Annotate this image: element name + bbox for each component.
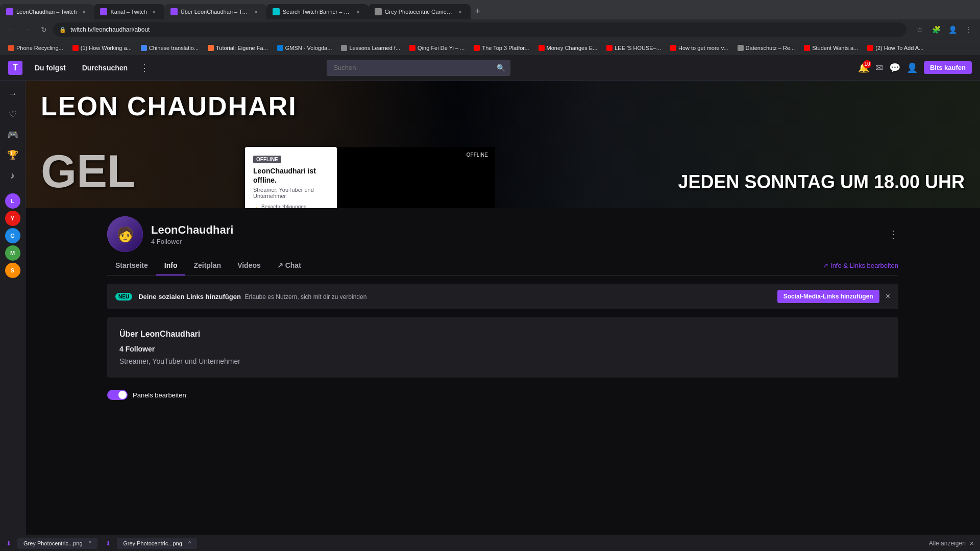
address-bar[interactable]: 🔒 twitch.tv/leonchaudhari/about	[53, 22, 906, 37]
bookmark-favicon-10	[606, 45, 612, 51]
tab-videos[interactable]: Videos	[229, 256, 269, 276]
bookmark-star-icon[interactable]: ☆	[913, 22, 927, 37]
twitch-logo[interactable]: T	[8, 61, 22, 75]
sidebar-avatar-5[interactable]: S	[5, 263, 20, 278]
browser-tab-4[interactable]: Search Twitch Banner – Canva ×	[266, 4, 369, 19]
bookmark-1[interactable]: Phone Recycling...	[4, 43, 67, 53]
back-button[interactable]: ←	[4, 22, 18, 37]
search-icon[interactable]: 🔍	[497, 64, 505, 72]
user-avatar-icon[interactable]: 👤	[906, 62, 918, 73]
panels-toggle-switch[interactable]	[107, 390, 128, 400]
avatar-image: 🧑	[107, 216, 143, 252]
about-title: Über LeonChaudhari	[119, 330, 886, 339]
search-input[interactable]	[327, 60, 510, 76]
bookmark-9[interactable]: Money Changes E...	[534, 43, 602, 53]
tab-zeitplan[interactable]: Zeitplan	[185, 256, 229, 276]
sidebar-avatar-2[interactable]: Y	[5, 211, 20, 226]
channel-info: 🧑 LeonChaudhari 4 Follower ⋮ Startseite	[26, 208, 980, 404]
bookmark-8[interactable]: The Top 3 Platfor...	[470, 43, 533, 53]
bookmark-7[interactable]: Qing Fei De Yi – ...	[405, 43, 469, 53]
sidebar-avatar-1[interactable]: L	[5, 193, 20, 209]
bookmark-6[interactable]: Lessons Learned f...	[337, 43, 404, 53]
tab-info[interactable]: Info	[156, 256, 186, 276]
browser-tab-5[interactable]: Grey Photocentric Game Nigh... ×	[369, 4, 471, 19]
bottom-file-2-close[interactable]: ^	[188, 540, 191, 547]
download-icon: ⬇	[6, 540, 11, 547]
sidebar-browse-icon[interactable]: 🎮	[4, 126, 22, 144]
channel-name-block: LeonChaudhari 4 Follower	[151, 223, 880, 245]
mail-icon[interactable]: ✉	[875, 62, 883, 73]
bookmark-5[interactable]: GMSN - Vologda...	[273, 43, 336, 53]
bookmark-label-3: Chinese translatio...	[149, 45, 199, 51]
nav-more-button[interactable]: ⋮	[140, 62, 149, 73]
more-icon[interactable]: ⋮	[962, 22, 976, 37]
video-player: OFFLINE ⚙ ⛶	[337, 147, 495, 208]
twitch-body: → ♡ 🎮 🏆 ♪ L Y G M S LEON CHAUDHARI GEL	[0, 81, 980, 551]
tab-title-4: Search Twitch Banner – Canva	[283, 9, 351, 15]
tab-zeitplan-label: Zeitplan	[193, 261, 221, 269]
banner-text-gel: GEL	[41, 145, 135, 198]
tab-startseite[interactable]: Startseite	[107, 256, 156, 276]
reload-button[interactable]: ↻	[37, 22, 51, 37]
bookmark-10[interactable]: LEE 'S HOUSE–...	[602, 43, 665, 53]
banner-text-name: LEON CHAUDHARI	[41, 91, 297, 121]
bookmark-label-11: How to get more v...	[678, 45, 728, 51]
bookmark-favicon-13	[804, 45, 810, 51]
tab-title-3: Über LeonChaudhari – Twitch	[181, 9, 249, 15]
bookmark-label-1: Phone Recycling...	[16, 45, 63, 51]
close-all-button[interactable]: ×	[970, 539, 974, 547]
edit-info-label: Info & Links bearbeiten	[830, 262, 898, 269]
bookmark-3[interactable]: Chinese translatio...	[137, 43, 203, 53]
tab-chat-icon: ↗	[277, 261, 285, 269]
tab-close-2[interactable]: ×	[150, 8, 158, 16]
nav-link-following[interactable]: Du folgst	[31, 62, 70, 74]
tab-close-1[interactable]: ×	[80, 8, 88, 16]
browser-tab-2[interactable]: Kanal – Twitch ×	[94, 4, 164, 19]
tab-close-3[interactable]: ×	[252, 8, 260, 16]
browser-tab-1[interactable]: LeonChaudhari – Twitch ×	[0, 4, 94, 19]
browser-chrome: LeonChaudhari – Twitch × Kanal – Twitch …	[0, 0, 980, 55]
bookmark-2[interactable]: (1) How Working a...	[68, 43, 136, 53]
tab-bar: LeonChaudhari – Twitch × Kanal – Twitch …	[0, 0, 980, 19]
edit-info-link[interactable]: ↗ Info & Links bearbeiten	[823, 256, 898, 275]
whisper-icon[interactable]: 💬	[889, 62, 900, 73]
bookmark-12[interactable]: Datenschutz – Re...	[733, 43, 799, 53]
social-banner-close[interactable]: ×	[886, 292, 890, 301]
followers-count: 4	[151, 238, 155, 245]
sidebar-collapse-icon[interactable]: →	[4, 85, 22, 103]
tab-close-5[interactable]: ×	[456, 8, 464, 16]
channel-tabs: Startseite Info Zeitplan Videos ↗ Chat	[107, 256, 898, 276]
sidebar-music-icon[interactable]: ♪	[4, 166, 22, 185]
new-tab-button[interactable]: +	[471, 4, 485, 18]
channel-more-button[interactable]: ⋮	[888, 228, 898, 240]
sidebar-esports-icon[interactable]: 🏆	[4, 146, 22, 164]
forward-button[interactable]: →	[20, 22, 35, 37]
nav-link-browse[interactable]: Durchsuchen	[78, 62, 132, 74]
sidebar-avatar-4[interactable]: M	[5, 245, 20, 261]
video-offline-label: OFFLINE	[463, 151, 491, 159]
tab-chat[interactable]: ↗ Chat	[269, 256, 309, 276]
bookmark-4[interactable]: Tutorial: Eigene Fa...	[204, 43, 272, 53]
browser-tab-3[interactable]: Über LeonChaudhari – Twitch ×	[164, 4, 266, 19]
channel-followers: 4 Follower	[151, 238, 880, 245]
profile-icon[interactable]: 👤	[945, 22, 960, 37]
tab-close-4[interactable]: ×	[354, 8, 362, 16]
sidebar-home-icon[interactable]: ♡	[4, 105, 22, 123]
social-add-button[interactable]: Social-Media-Links hinzufügen	[777, 290, 879, 303]
tab-favicon-3	[170, 8, 178, 15]
extension-icon[interactable]: 🧩	[929, 22, 943, 37]
bottom-file-1-close[interactable]: ^	[89, 540, 92, 547]
bits-button[interactable]: Bits kaufen	[924, 61, 972, 74]
sidebar-avatar-3[interactable]: G	[5, 228, 20, 243]
bookmark-label-9: Money Changes E...	[547, 45, 598, 51]
bookmark-14[interactable]: (2) How To Add A...	[863, 43, 927, 53]
nav-bar: ← → ↻ 🔒 twitch.tv/leonchaudhari/about ☆ …	[0, 19, 980, 40]
bottom-file-1[interactable]: Grey Photocentric...png ^	[17, 538, 97, 549]
show-all-button[interactable]: Alle anzeigen	[929, 540, 966, 547]
banner-text-schedule: JEDEN SONNTAG UM 18.00 UHR	[678, 171, 965, 193]
bookmark-11[interactable]: How to get more v...	[666, 43, 732, 53]
social-sub-text: Erlaube es Nutzern, sich mit dir zu verb…	[245, 293, 367, 300]
bottom-file-2[interactable]: Grey Photocentric...png ^	[117, 538, 197, 549]
offline-bell-button[interactable]: 🔔 Benachrichtigungen aktivieren	[253, 204, 329, 208]
bookmark-13[interactable]: Student Wants a...	[800, 43, 862, 53]
